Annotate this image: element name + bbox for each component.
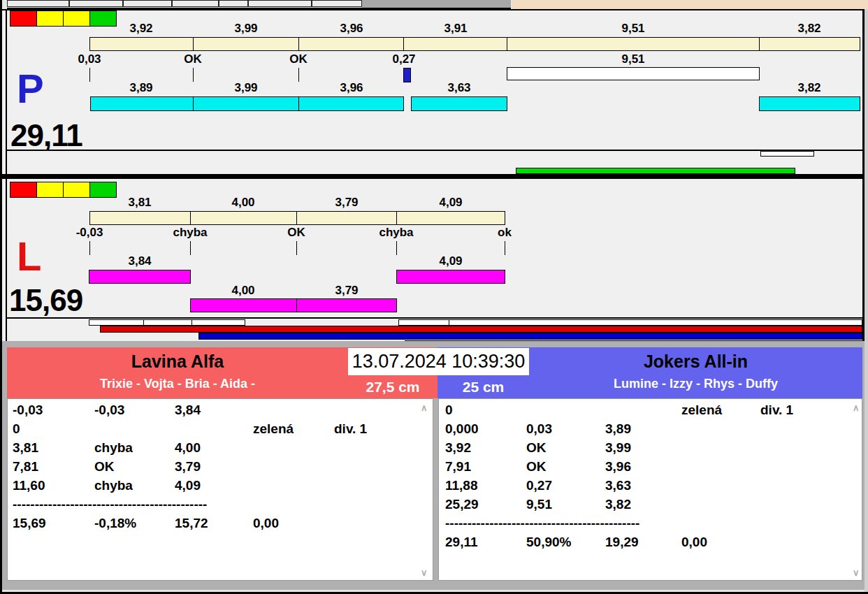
table-cell: 0 [445,403,453,418]
table-total-cell: 15,69 [13,516,46,531]
scroll-up-icon[interactable]: ∧ [421,403,428,413]
table-total-cell: 50,90% [526,535,571,550]
table-divider-dashes: ----------------------------------------… [445,516,639,531]
table-cell: OK [526,459,547,475]
table-cell: 0,000 [445,421,479,437]
table-cell: 3,99 [605,440,631,456]
table-total-cell: 19,29 [605,535,639,550]
table-cell: 4,09 [175,478,201,493]
table-cell: zelená [253,421,294,437]
table-cell: 0,27 [526,478,552,493]
table-cell: 3,92 [445,440,471,456]
table-total-cell: -0,18% [94,516,136,531]
table-cell: OK [526,440,547,456]
table-cell: 3,81 [13,440,38,456]
table-cell: 3,96 [605,459,631,475]
table-cell: 3,82 [605,497,631,512]
table-cell: -0,03 [13,403,43,418]
table-cell: 11,60 [13,478,45,493]
table-total-cell: 15,72 [175,516,208,531]
bottom-strip-light [2,590,865,592]
table-cell: zelená [681,403,722,418]
table-cell: 3,79 [175,459,201,475]
scroll-down-icon[interactable]: ∨ [853,567,860,578]
table-total-cell: 0,00 [253,516,279,531]
table-cell: 7,91 [445,459,471,475]
table-cell: div. 1 [760,403,793,418]
table-cell: 9,51 [526,497,552,512]
table-cell: 7,81 [13,459,38,475]
table-cell: 11,88 [445,478,478,493]
table-cell: chyba [94,478,133,493]
table-cell: 25,29 [445,497,479,512]
table-cell: -0,03 [94,403,124,418]
table-total-cell: 0,00 [681,535,707,550]
table-cell: 3,89 [605,421,631,437]
table-cell: chyba [94,440,133,456]
table-cell: 3,84 [175,403,201,418]
table-cell: OK [94,459,115,475]
table-total-cell: 29,11 [445,535,478,550]
table-cell: 0 [13,421,20,437]
timing-app-window: P 29,11 3,923,993,963,919,513,820,03OKOK… [0,0,868,594]
scroll-up-icon[interactable]: ∧ [853,403,860,413]
scroll-down-icon[interactable]: ∨ [421,567,428,578]
table-cell: 3,63 [605,478,631,493]
table-cells-layer: -0,03-0,033,840zelenádiv. 13,81chyba4,00… [0,0,868,594]
table-divider-dashes: ----------------------------------------… [13,497,207,512]
table-cell: div. 1 [334,421,367,437]
table-cell: 4,00 [175,440,201,456]
table-cell: 0,03 [526,421,552,437]
